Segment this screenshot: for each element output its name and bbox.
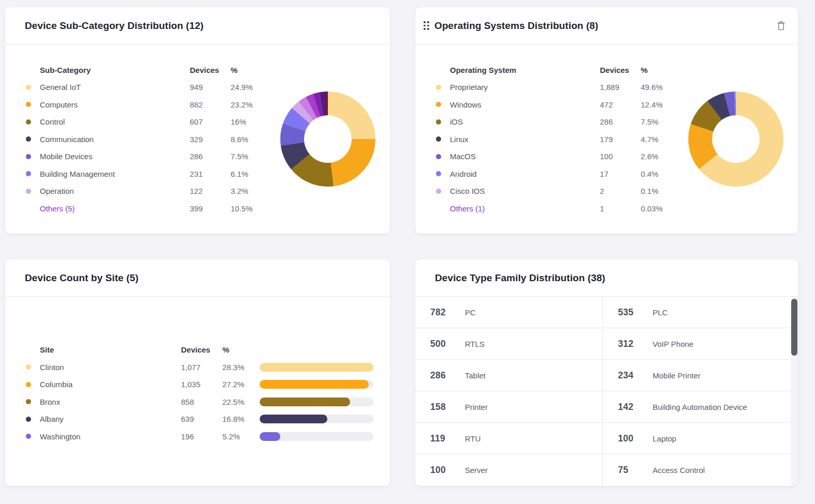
dot-cell	[26, 434, 40, 439]
row-percent: 24.9%	[231, 83, 253, 91]
row-percent: 0.1%	[641, 187, 663, 195]
family-item: 535PLC	[603, 297, 791, 328]
dot-cell	[26, 417, 40, 422]
row-label: General IoT	[40, 83, 190, 91]
row-devices: 122	[190, 187, 231, 195]
column-header-devices: Devices	[190, 66, 231, 74]
legend-dot	[436, 85, 441, 90]
bar-cell	[260, 380, 373, 389]
card-header: Operating Systems Distribution (8)	[415, 7, 798, 44]
row-percent: 4.7%	[641, 135, 663, 144]
row-devices: 882	[190, 100, 231, 109]
family-item: 158Printer	[415, 391, 603, 423]
family-count: 286	[430, 370, 465, 381]
row-devices: 100	[600, 152, 641, 161]
dot-cell	[436, 171, 450, 176]
dot-cell	[436, 154, 450, 159]
row-percent: 8.6%	[231, 135, 253, 144]
row-devices: 17	[600, 170, 641, 178]
row-label: Building Management	[40, 170, 190, 178]
others-link[interactable]: Others (5)	[40, 204, 190, 213]
row-label: Columbia	[40, 380, 181, 389]
row-percent: 16%	[231, 117, 253, 126]
os-donut-chart[interactable]	[688, 91, 783, 187]
column-header-devices: Devices	[600, 66, 641, 74]
row-devices: 196	[181, 432, 222, 441]
row-devices: 472	[600, 100, 641, 109]
family-count: 100	[430, 465, 465, 476]
legend-dot	[436, 119, 441, 125]
table-row: Computers88223.2%	[26, 96, 253, 113]
card-title: Operating Systems Distribution (8)	[434, 20, 598, 32]
table-others-row: Others (5)39910.5%	[26, 200, 253, 217]
row-percent: 28.3%	[222, 363, 260, 372]
dot-cell	[436, 189, 450, 194]
column-header-devices: Devices	[181, 345, 222, 354]
row-label: Cisco IOS	[450, 187, 600, 195]
row-devices: 858	[181, 398, 222, 406]
family-label: Printer	[465, 403, 488, 411]
row-label: Proprietary	[450, 83, 600, 91]
row-label: Windows	[450, 100, 600, 109]
card-body: Operating SystemDevices%Proprietary1,889…	[415, 44, 798, 234]
row-percent: 22.5%	[222, 398, 260, 406]
legend-dot	[26, 85, 31, 90]
bar-fill	[260, 363, 373, 372]
row-percent: 12.4%	[641, 100, 663, 109]
table-header-row: Operating SystemDevices%	[436, 61, 663, 79]
row-label: Albany	[40, 415, 181, 423]
dot-cell	[26, 399, 40, 404]
trash-icon-button[interactable]	[776, 20, 787, 32]
site-table: SiteDevices%Clinton1,07728.3%Columbia1,0…	[26, 341, 373, 445]
row-label: Clinton	[40, 363, 181, 372]
family-item: 312VoIP Phone	[603, 328, 791, 360]
family-item: 142Building Automation Device	[603, 391, 791, 423]
dot-cell	[26, 154, 40, 159]
bar-track	[260, 415, 373, 423]
family-count: 158	[430, 402, 465, 413]
card-title: Device Type Family Distribution (38)	[435, 272, 606, 284]
card-body: Sub-CategoryDevices%General IoT94924.9%C…	[5, 44, 390, 234]
table-row: Operation1223.2%	[26, 182, 253, 200]
legend-dot	[26, 102, 31, 107]
column-header-percent: %	[641, 66, 663, 74]
family-count: 119	[430, 433, 465, 444]
drag-handle-icon[interactable]	[424, 21, 429, 30]
row-percent: 3.2%	[231, 187, 253, 195]
table-row: Control60716%	[26, 113, 253, 131]
family-count: 782	[430, 307, 465, 318]
family-label: Laptop	[653, 434, 676, 443]
bar-fill	[260, 432, 280, 441]
card-body: SiteDevices%Clinton1,07728.3%Columbia1,0…	[5, 297, 390, 486]
table-row: MacOS1002.6%	[436, 148, 663, 165]
row-devices: 1,077	[181, 363, 222, 372]
family-label: Mobile Printer	[653, 371, 701, 380]
row-label: MacOS	[450, 152, 600, 161]
column-header-percent: %	[231, 66, 253, 74]
legend-dot	[26, 171, 31, 176]
row-percent: 49.6%	[641, 83, 663, 91]
table-row: Communication3298.6%	[26, 130, 253, 148]
table-row: Washington1965.2%	[26, 428, 373, 446]
legend-dot	[436, 154, 441, 159]
bar-cell	[260, 432, 373, 441]
family-item: 100Server	[415, 454, 603, 486]
others-link[interactable]: Others (1)	[450, 204, 600, 213]
row-devices: 2	[600, 187, 641, 195]
row-devices: 286	[600, 117, 641, 126]
row-percent: 6.1%	[231, 170, 253, 178]
scrollbar-thumb[interactable]	[791, 299, 797, 356]
row-devices: 1,889	[600, 83, 641, 91]
subcategory-donut-chart[interactable]	[280, 91, 375, 187]
bar-track	[260, 380, 373, 389]
family-count: 312	[618, 339, 653, 349]
subcategory-table: Sub-CategoryDevices%General IoT94924.9%C…	[26, 61, 253, 217]
dot-cell	[26, 382, 40, 387]
table-row: Building Management2316.1%	[26, 165, 253, 182]
family-label: PLC	[653, 308, 668, 317]
family-item: 286Tablet	[415, 360, 603, 391]
dot-cell	[436, 85, 450, 90]
row-label: iOS	[450, 117, 600, 126]
family-item: 119RTU	[415, 423, 603, 454]
row-label: Android	[450, 170, 600, 178]
